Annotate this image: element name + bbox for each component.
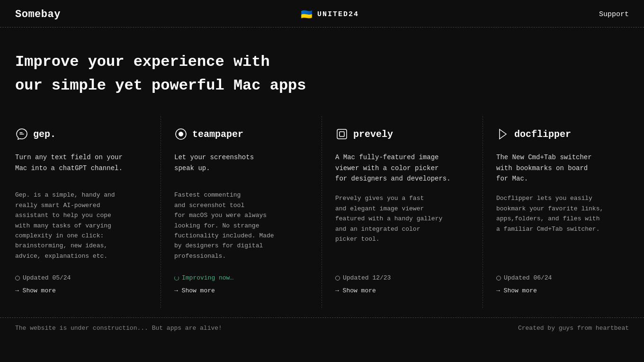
app-header-teampaper: teampaper	[174, 127, 308, 141]
hero-section: Improve your experience with our simple …	[0, 27, 644, 116]
app-card-teampaper: teampaper Let your screenshots speak up.…	[161, 116, 322, 308]
svg-marker-4	[500, 129, 506, 139]
app-tagline-gep: Turn any text field on your Mac into a c…	[15, 152, 147, 181]
footer: The website is under construction... But…	[0, 317, 644, 338]
app-footer-prevely: Updated 12/23 → Show more	[335, 274, 469, 295]
app-status-label-prevely: Updated 12/23	[343, 274, 391, 281]
app-description-teampaper: Fastest commenting and screenshot tool f…	[174, 190, 308, 261]
app-card-gep: gep. Turn any text field on your Mac int…	[0, 116, 161, 308]
app-description-prevely: Prevely gives you a fast and elegant ima…	[335, 193, 469, 261]
gep-icon	[15, 127, 28, 141]
app-name-teampaper: teampaper	[192, 129, 243, 140]
teampaper-icon	[174, 127, 188, 141]
prevely-icon	[335, 127, 349, 141]
app-status-label-docflipper: Updated 06/24	[504, 274, 552, 281]
app-status-docflipper: Updated 06/24	[496, 274, 629, 281]
app-status-prevely: Updated 12/23	[335, 274, 469, 281]
app-description-docflipper: Docflipper lets you easily bookmark your…	[496, 193, 629, 261]
app-status-label-teampaper: Improving now…	[182, 274, 233, 281]
app-footer-gep: Updated 05/24 → Show more	[15, 274, 147, 295]
svg-rect-2	[337, 129, 347, 139]
header: Somebay 🇺🇦 UNITED24 Support	[0, 0, 644, 27]
show-more-gep[interactable]: → Show more	[15, 287, 56, 294]
app-tagline-teampaper: Let your screenshots speak up.	[174, 152, 308, 181]
app-header-gep: gep.	[15, 127, 147, 141]
app-card-prevely: prevely A Mac fully-featured image viewe…	[322, 116, 483, 308]
ukraine-flag-icon: 🇺🇦	[301, 9, 313, 20]
app-header-prevely: prevely	[335, 127, 469, 141]
svg-point-1	[179, 132, 183, 136]
app-footer-docflipper: Updated 06/24 → Show more	[496, 274, 629, 295]
show-more-prevely[interactable]: → Show more	[335, 287, 376, 294]
footer-right-text: Created by guys from heartbeat	[518, 325, 629, 332]
status-dot-gep	[15, 276, 20, 281]
footer-left-text: The website is under construction... But…	[15, 325, 222, 332]
show-more-docflipper[interactable]: → Show more	[496, 287, 537, 294]
status-dot-docflipper	[496, 276, 501, 281]
docflipper-icon	[496, 127, 510, 141]
app-name-docflipper: docflipper	[514, 129, 571, 140]
app-card-docflipper: docflipper The New Cmd+Tab switcher with…	[483, 116, 644, 308]
status-dot-prevely	[335, 276, 340, 281]
app-tagline-prevely: A Mac fully-featured image viewer with a…	[335, 152, 469, 184]
app-tagline-docflipper: The New Cmd+Tab switcher with bookmarks …	[496, 152, 629, 184]
united24-banner[interactable]: 🇺🇦 UNITED24	[301, 9, 359, 20]
app-status-teampaper: Improving now…	[174, 274, 308, 281]
show-more-teampaper[interactable]: → Show more	[174, 287, 215, 294]
app-status-gep: Updated 05/24	[15, 274, 147, 281]
app-footer-teampaper: Improving now… → Show more	[174, 274, 308, 295]
hero-title: Improve your experience with our simple …	[15, 50, 629, 97]
united24-label: UNITED24	[317, 10, 359, 18]
apps-grid: gep. Turn any text field on your Mac int…	[0, 116, 644, 308]
app-status-label-gep: Updated 05/24	[23, 274, 71, 281]
logo: Somebay	[15, 9, 61, 20]
svg-rect-3	[340, 132, 344, 136]
status-dot-teampaper	[174, 276, 179, 281]
app-name-prevely: prevely	[353, 129, 393, 140]
app-header-docflipper: docflipper	[496, 127, 629, 141]
app-description-gep: Gep. is a simple, handy and really smart…	[15, 190, 147, 261]
app-name-gep: gep.	[33, 129, 56, 140]
support-link[interactable]: Support	[599, 10, 629, 18]
